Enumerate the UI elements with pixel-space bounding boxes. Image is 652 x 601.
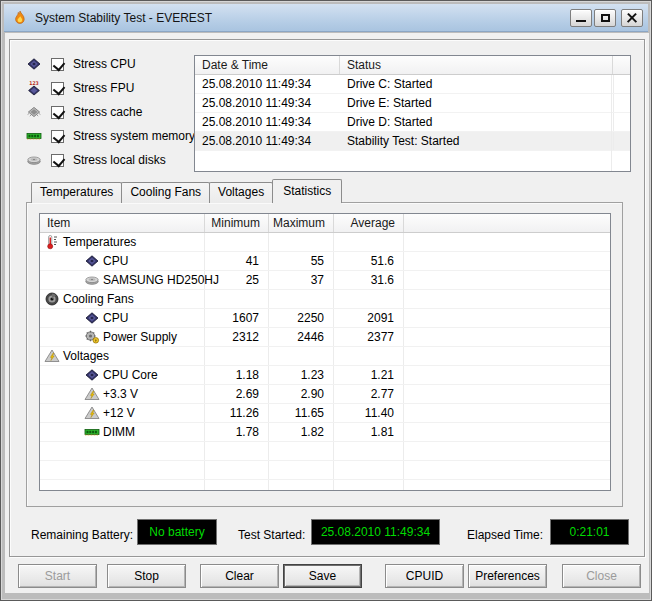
stress-option-disks: Stress local disks: [26, 150, 166, 170]
log-row[interactable]: 25.08.2010 11:49:34 Drive E: Started: [195, 94, 630, 113]
test-started-display: 25.08.2010 11:49:34: [311, 519, 440, 545]
voltage-icon: [44, 348, 60, 364]
stats-item-label: DIMM: [103, 425, 135, 439]
voltage-icon: [84, 405, 100, 421]
tab-statistics[interactable]: Statistics: [272, 179, 342, 203]
log-row[interactable]: 25.08.2010 11:49:34 Drive D: Started: [195, 113, 630, 132]
stats-group-row[interactable]: Cooling Fans: [40, 290, 610, 309]
remaining-battery-label: Remaining Battery:: [31, 525, 133, 545]
log-datetime: 25.08.2010 11:49:34: [195, 77, 340, 91]
stats-item-label: Temperatures: [63, 235, 136, 249]
log-filler-divider: [611, 75, 612, 171]
save-button[interactable]: Save: [283, 564, 362, 588]
log-datetime: 25.08.2010 11:49:34: [195, 96, 340, 110]
cpuid-button[interactable]: CPUID: [385, 564, 464, 588]
stats-row[interactable]: SAMSUNG HD250HJ 253731.6: [40, 271, 610, 290]
cpu-icon: [84, 310, 100, 326]
stress-option-memory: Stress system memory: [26, 126, 195, 146]
stats-row[interactable]: DIMM 1.781.821.81: [40, 423, 610, 442]
log-row[interactable]: 25.08.2010 11:49:34 Stability Test: Star…: [195, 132, 630, 151]
statistics-table: Item Minimum Maximum Average Temperature…: [39, 213, 611, 491]
elapsed-time-label: Elapsed Time:: [467, 525, 543, 545]
stats-column-item[interactable]: Item: [40, 214, 205, 232]
stats-group-row[interactable]: Voltages: [40, 347, 610, 366]
cpu-icon: [84, 253, 100, 269]
close-button[interactable]: [621, 9, 643, 27]
stop-button[interactable]: Stop: [107, 564, 186, 588]
log-status: Stability Test: Started: [340, 134, 613, 148]
stress-option-cpu: Stress CPU: [26, 54, 136, 74]
log-column-filler: [613, 56, 630, 74]
tab-cooling-fans[interactable]: Cooling Fans: [121, 182, 210, 203]
minimize-icon: [576, 20, 586, 22]
stress-cache-checkbox[interactable]: [51, 106, 64, 119]
stats-item-label: +12 V: [103, 406, 135, 420]
tab-temperatures[interactable]: Temperatures: [31, 182, 122, 203]
event-log-header: Date & Time Status: [195, 56, 630, 75]
voltage-icon: [84, 386, 100, 402]
stats-item-label: CPU: [103, 254, 128, 268]
stats-item-label: Cooling Fans: [63, 292, 134, 306]
client-area: Stress CPU 123 Stress FPU Stress cache S…: [5, 33, 649, 593]
start-button[interactable]: Start: [18, 564, 97, 588]
stress-fpu-checkbox[interactable]: [51, 82, 64, 95]
title-bar[interactable]: System Stability Test - EVEREST: [4, 4, 648, 32]
stats-column-average[interactable]: Average: [334, 214, 404, 232]
everest-flame-icon: [12, 10, 28, 26]
disk-icon: [26, 152, 42, 168]
stats-row[interactable]: Power Supply 231224462377: [40, 328, 610, 347]
stress-cpu-checkbox[interactable]: [51, 58, 64, 71]
stats-empty-row: [40, 442, 610, 461]
stats-row[interactable]: CPU Core 1.181.231.21: [40, 366, 610, 385]
close-icon: [622, 10, 642, 26]
fpu-icon: 123: [26, 80, 42, 96]
stats-group-row[interactable]: Temperatures: [40, 233, 610, 252]
remaining-battery-display: No battery: [137, 519, 217, 545]
stats-column-maximum[interactable]: Maximum: [269, 214, 334, 232]
log-row[interactable]: 25.08.2010 11:49:34 Drive C: Started: [195, 75, 630, 94]
window-title: System Stability Test - EVEREST: [35, 11, 212, 25]
stats-row[interactable]: CPU 160722502091: [40, 309, 610, 328]
app-window: System Stability Test - EVEREST Stress C…: [0, 0, 652, 601]
maximize-icon: [601, 14, 610, 22]
memory-icon: [26, 128, 42, 144]
thermometer-icon: [44, 234, 60, 250]
stats-row[interactable]: +12 V 11.2611.6511.40: [40, 404, 610, 423]
stress-disks-label: Stress local disks: [73, 153, 166, 167]
log-column-datetime[interactable]: Date & Time: [195, 56, 340, 74]
test-started-label: Test Started:: [238, 525, 305, 545]
stats-empty-row: [40, 461, 610, 480]
tab-voltages[interactable]: Voltages: [209, 182, 273, 203]
stats-row[interactable]: CPU 415551.6: [40, 252, 610, 271]
event-log-table: Date & Time Status 25.08.2010 11:49:34 D…: [194, 55, 631, 172]
psu-icon: [84, 329, 100, 345]
log-column-status[interactable]: Status: [340, 56, 613, 74]
maximize-button[interactable]: [594, 9, 616, 27]
stats-empty-row: [40, 480, 610, 491]
stats-item-label: Voltages: [63, 349, 109, 363]
stress-memory-label: Stress system memory: [73, 129, 195, 143]
preferences-button[interactable]: Preferences: [468, 564, 547, 588]
log-status: Drive D: Started: [340, 115, 613, 129]
elapsed-time-display: 0:21:01: [550, 519, 629, 545]
close-dialog-button[interactable]: Close: [562, 564, 641, 588]
disk-icon: [84, 272, 100, 288]
stats-item-label: Power Supply: [103, 330, 177, 344]
memory-icon: [84, 424, 100, 440]
cache-icon: [26, 104, 42, 120]
stress-option-fpu: 123 Stress FPU: [26, 78, 134, 98]
stress-fpu-label: Stress FPU: [73, 81, 134, 95]
fan-icon: [44, 291, 60, 307]
svg-text:123: 123: [29, 80, 38, 86]
cpu-icon: [26, 56, 42, 72]
stats-row[interactable]: +3.3 V 2.692.902.77: [40, 385, 610, 404]
minimize-button[interactable]: [570, 9, 592, 27]
clear-button[interactable]: Clear: [200, 564, 279, 588]
log-status: Drive C: Started: [340, 77, 613, 91]
stress-disks-checkbox[interactable]: [51, 154, 64, 167]
stress-memory-checkbox[interactable]: [51, 130, 64, 143]
stats-column-minimum[interactable]: Minimum: [205, 214, 269, 232]
statistics-header: Item Minimum Maximum Average: [40, 214, 610, 233]
stats-item-label: +3.3 V: [103, 387, 138, 401]
log-datetime: 25.08.2010 11:49:34: [195, 115, 340, 129]
